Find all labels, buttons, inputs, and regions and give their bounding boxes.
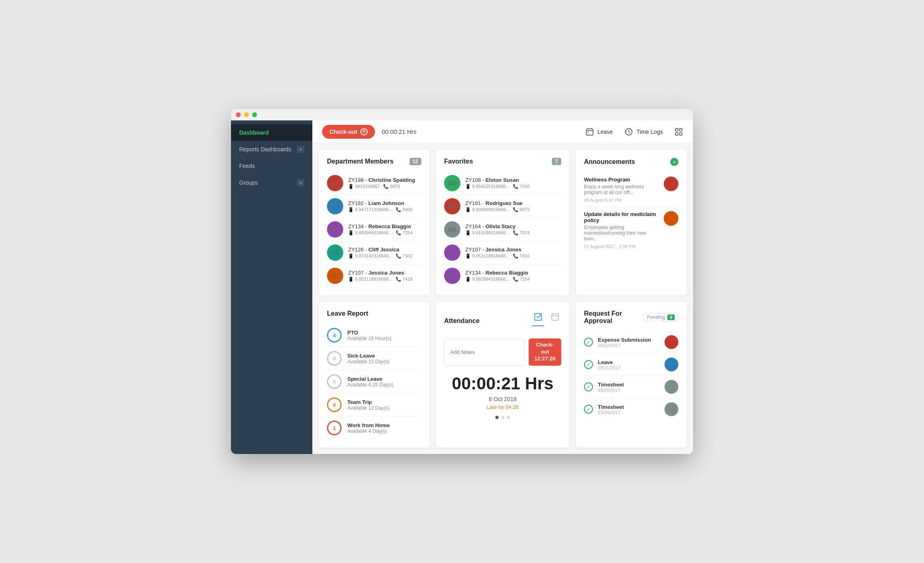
announcements-header: Announcements + bbox=[584, 158, 678, 166]
sidebar-item-feeds[interactable]: Feeds bbox=[231, 158, 312, 174]
header-right: Leave Time Logs bbox=[585, 127, 683, 136]
favorite-item[interactable]: RB ZY134 - Rebecca Biaggio 📱 9.882994316… bbox=[444, 264, 561, 287]
notes-input[interactable] bbox=[444, 338, 525, 366]
approval-date: 29/11/2017 bbox=[598, 365, 660, 370]
pending-badge: Pending 9 bbox=[643, 313, 678, 321]
close-dot[interactable] bbox=[236, 112, 241, 117]
attendance-tab-list[interactable] bbox=[532, 310, 544, 326]
checkout-btn-time: 12:27:20 bbox=[534, 356, 556, 362]
groups-add-icon[interactable]: + bbox=[297, 179, 304, 186]
timelogs-nav[interactable]: Time Logs bbox=[624, 127, 663, 136]
request-approval-card: Request For Approval Pending 9 ✓ Expense… bbox=[576, 302, 686, 447]
member-contact: 📱 9.916189316666... 📞 7074 bbox=[465, 230, 561, 236]
leave-avail: Available 15 Day(s) bbox=[347, 359, 421, 364]
favorite-item[interactable]: RS ZY181 - Rodriguez Sue 📱 9.93499981666… bbox=[444, 195, 561, 218]
approval-item[interactable]: ✓ Leave 29/11/2017 bbox=[584, 354, 678, 376]
member-item[interactable]: CJ ZY126 - Cliff Jessica 📱 9.87414231666… bbox=[327, 241, 421, 264]
favorite-item[interactable]: JJ ZY107 - Jessica Jones 📱 9.85311881666… bbox=[444, 241, 561, 264]
approval-item[interactable]: ✓ Timesheet 03/04/2017 bbox=[584, 376, 678, 398]
announcement-item: Wellness Program Enjoy a week-long welln… bbox=[584, 172, 678, 207]
reports-add-icon[interactable]: + bbox=[297, 146, 304, 153]
member-info: ZY126 - Cliff Jessica 📱 9.874142316666..… bbox=[348, 247, 421, 259]
maximize-dot[interactable] bbox=[252, 112, 257, 117]
svg-rect-7 bbox=[676, 128, 678, 131]
member-contact: 📱 9.947171316666... 📞 6906 bbox=[348, 207, 421, 212]
department-members-card: Department Members 12 CS ZY198 - Christi… bbox=[319, 150, 429, 295]
check-icon: ✓ bbox=[584, 382, 593, 391]
avatar: JJ bbox=[444, 244, 460, 261]
timelogs-label: Time Logs bbox=[636, 129, 663, 135]
app-window: Dashboard Reports Dashboards + Feeds Gro… bbox=[231, 109, 693, 454]
checkout-label: Check-out bbox=[329, 129, 357, 135]
attendance-title: Attendance bbox=[444, 317, 479, 325]
add-announcement-icon[interactable]: + bbox=[670, 158, 678, 166]
avatar: LJ bbox=[327, 198, 343, 214]
dot[interactable] bbox=[501, 416, 504, 419]
sidebar-item-reports[interactable]: Reports Dashboards + bbox=[231, 141, 312, 158]
approval-item[interactable]: ✓ Expense Submission 29/12/2017 bbox=[584, 331, 678, 354]
sidebar-item-groups[interactable]: Groups + bbox=[231, 174, 312, 191]
attendance-tab-calendar[interactable] bbox=[549, 310, 561, 326]
attendance-late: Late by 04:26 bbox=[444, 404, 561, 410]
department-members-header: Department Members 12 bbox=[327, 158, 421, 165]
leave-item: 1 Work from Home Available 4 Day(s) bbox=[327, 417, 421, 439]
checkout-btn-label: Check-out bbox=[534, 342, 556, 356]
clock-icon: ⏱ bbox=[360, 128, 368, 135]
leave-name: Work from Home bbox=[347, 422, 421, 428]
member-item[interactable]: LJ ZY192 - Liam Johnson 📱 9.947171316666… bbox=[327, 195, 421, 218]
approval-item[interactable]: ✓ Timesheet 03/04/2017 bbox=[584, 398, 678, 420]
big-time-display: 00:00:21 Hrs bbox=[444, 374, 561, 393]
approval-avatar bbox=[665, 380, 678, 394]
favorites-count: 7 bbox=[552, 158, 561, 165]
dot[interactable] bbox=[495, 416, 499, 419]
member-contact: 📱 9.853118816666... 📞 7416 bbox=[465, 253, 561, 259]
approval-info: Leave 29/11/2017 bbox=[598, 359, 660, 370]
member-item[interactable]: CS ZY198 - Christine Spalding 📱 98103166… bbox=[327, 172, 421, 195]
approval-type: Timesheet bbox=[598, 382, 660, 388]
attendance-card: Attendance bbox=[436, 302, 569, 447]
member-item[interactable]: JJ ZY107 - Jessica Jones 📱 9.85311881666… bbox=[327, 264, 421, 287]
member-info: ZY108 - Elston Susan 📱 9.854225316666...… bbox=[465, 177, 561, 189]
grid-nav[interactable] bbox=[674, 127, 683, 136]
member-contact: 📱 9.882994316666... 📞 7254 bbox=[348, 230, 421, 236]
approval-avatar bbox=[665, 358, 678, 371]
leave-circle-trip: 0 bbox=[327, 397, 342, 412]
attendance-date: 8 Oct 2018 bbox=[444, 396, 561, 402]
favorite-item[interactable]: OS ZY164 - Olivia Stacy 📱 9.916189316666… bbox=[444, 218, 561, 241]
announcement-title: Wellness Program bbox=[584, 177, 660, 183]
favorites-header: Favorites 7 bbox=[444, 158, 561, 165]
sidebar-item-dashboard[interactable]: Dashboard bbox=[231, 124, 312, 141]
svg-rect-11 bbox=[535, 314, 542, 321]
member-contact: 📱 9.854225316666... 📞 7410 bbox=[465, 184, 561, 189]
svg-rect-0 bbox=[586, 129, 593, 135]
leave-label: Leave bbox=[597, 129, 613, 135]
announcement-avatar bbox=[664, 177, 678, 191]
sidebar-label-dashboard: Dashboard bbox=[239, 129, 269, 136]
favorite-item[interactable]: ES ZY108 - Elston Susan 📱 9.854225316666… bbox=[444, 172, 561, 195]
announcements-card: Announcements + Wellness Program Enjoy a… bbox=[576, 150, 686, 295]
leave-nav[interactable]: Leave bbox=[585, 127, 613, 136]
sidebar-label-reports: Reports Dashboards bbox=[239, 146, 291, 153]
leave-info: Special Leave Available 4.25 Day(s) bbox=[347, 376, 421, 388]
approval-type: Leave bbox=[598, 359, 660, 365]
svg-point-6 bbox=[625, 131, 627, 132]
member-info: ZY198 - Christine Spalding 📱 9810316667 … bbox=[348, 177, 421, 189]
member-contact: 📱 9.853118816666... 📞 7416 bbox=[348, 277, 421, 282]
check-icon: ✓ bbox=[584, 360, 593, 369]
announcement-title: Update details for mediclaim policy bbox=[584, 211, 660, 223]
svg-rect-9 bbox=[676, 132, 678, 135]
checkout-button[interactable]: Check-out ⏱ bbox=[322, 125, 375, 139]
svg-rect-8 bbox=[680, 128, 682, 131]
leave-circle-sick: 0 bbox=[327, 351, 342, 366]
svg-rect-10 bbox=[680, 132, 682, 135]
member-name: ZY108 - Elston Susan bbox=[465, 177, 561, 183]
member-item[interactable]: RB ZY134 - Rebecca Biaggio 📱 9.882994316… bbox=[327, 218, 421, 241]
dot[interactable] bbox=[507, 416, 510, 419]
checkout-action-button[interactable]: Check-out 12:27:20 bbox=[529, 338, 561, 366]
minimize-dot[interactable] bbox=[244, 112, 249, 117]
favorites-list: ES ZY108 - Elston Susan 📱 9.854225316666… bbox=[444, 172, 561, 287]
announcement-desc: Enjoy a week-long wellness program at al… bbox=[584, 184, 660, 195]
leave-name: Sick-Leave bbox=[347, 353, 421, 359]
member-name: ZY198 - Christine Spalding bbox=[348, 177, 421, 183]
member-name: ZY192 - Liam Johnson bbox=[348, 200, 421, 206]
